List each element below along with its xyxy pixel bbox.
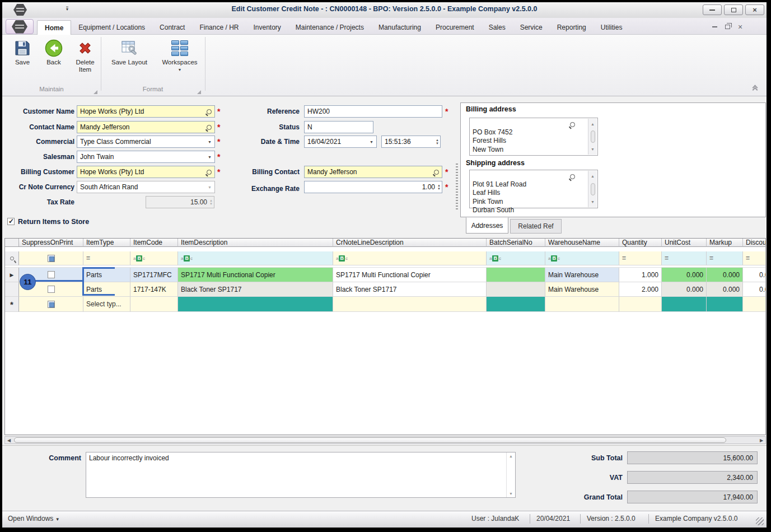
chevron-down-icon: ▼ [55, 517, 60, 522]
status-company: Example Company v2.5.0.0 [655, 515, 737, 522]
open-windows-button[interactable]: Open Windows ▼ [8, 515, 60, 522]
status-user: User : JulandaK [471, 515, 519, 522]
resize-grip[interactable] [756, 517, 764, 525]
annotation-bracket [82, 267, 115, 296]
statusbar-layer: Open Windows ▼ User : JulandaK 20/04/202… [0, 0, 771, 532]
status-date: 20/04/2021 [536, 515, 570, 522]
annotation-badge-11: 11 [20, 274, 36, 290]
status-version: Version : 2.5.0.0 [587, 515, 636, 522]
application-window: ▾ Edit Customer Credit Note - : CN000014… [0, 0, 771, 532]
annotation-leader-line [34, 280, 83, 282]
